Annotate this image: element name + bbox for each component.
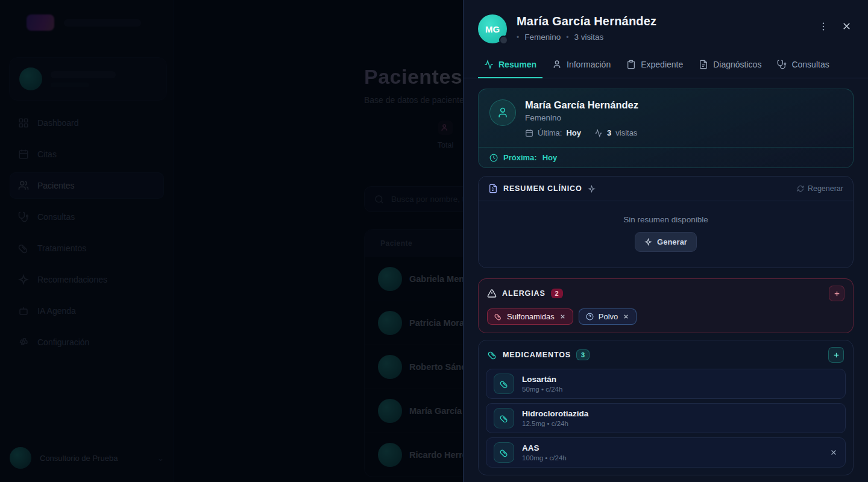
close-drawer-button[interactable]	[840, 19, 854, 33]
allergy-label: Sulfonamidas	[507, 312, 555, 321]
medication-name: Losartán	[522, 375, 562, 384]
card-patient-visit-meta: Última: Hoy 3 visitas	[525, 128, 638, 137]
drawer-patient-meta: • Femenino • 3 visitas	[517, 33, 807, 42]
warning-triangle-icon	[487, 289, 497, 298]
pill-icon	[494, 313, 502, 321]
activity-icon	[484, 60, 494, 69]
tab-label: Resumen	[498, 60, 536, 69]
bullet: •	[517, 33, 519, 42]
add-medication-button[interactable]	[828, 347, 844, 363]
allergies-count-badge: 2	[551, 289, 563, 298]
pill-icon	[494, 442, 514, 463]
remove-medication-button[interactable]	[829, 448, 838, 457]
visits-label: visitas	[615, 128, 637, 137]
clinical-summary-card: RESUMEN CLÍNICO Regenerar Sin resumen di…	[478, 176, 854, 268]
drawer-patient-name: María García Hernández	[517, 14, 807, 28]
summary-empty-text: Sin resumen disponible	[491, 215, 841, 224]
medication-dose: 12.5mg • c/24h	[522, 420, 588, 427]
tab-informacion[interactable]: Información	[546, 51, 617, 78]
medications-count-badge: 3	[576, 349, 590, 360]
refresh-icon	[797, 185, 804, 192]
medications-title: MEDICAMENTOS	[503, 351, 571, 359]
more-options-button[interactable]	[817, 20, 830, 33]
tab-resumen[interactable]: Resumen	[478, 51, 542, 78]
plus-icon	[832, 351, 840, 359]
avatar-initials: MG	[485, 24, 500, 34]
calendar-icon	[525, 129, 533, 137]
avatar-status-badge	[499, 36, 508, 45]
tab-consultas[interactable]: Consultas	[771, 51, 835, 78]
medication-dose: 50mg • c/24h	[522, 386, 562, 393]
tab-label: Consultas	[791, 60, 829, 69]
allergies-card: ALERGIAS 2 Sulfonamidas Polvo	[478, 278, 854, 333]
patient-icon	[489, 99, 516, 126]
clock-icon	[489, 154, 498, 162]
clipboard-icon	[626, 60, 636, 69]
drawer-content: María García Hernández Femenino Última: …	[464, 78, 868, 482]
generate-label: Generar	[657, 237, 687, 246]
allergies-title: ALERGIAS	[502, 289, 546, 298]
card-patient-name: María García Hernández	[525, 99, 638, 111]
more-vertical-icon	[818, 21, 829, 32]
patient-drawer: MG María García Hernández • Femenino • 3…	[463, 0, 868, 482]
medication-item[interactable]: Hidroclorotiazida 12.5mg • c/24h	[486, 403, 846, 433]
medication-item[interactable]: AAS 100mg • c/24h	[486, 437, 846, 468]
tab-label: Diagnósticos	[713, 60, 761, 69]
sparkles-icon	[588, 185, 596, 193]
remove-allergy-icon[interactable]	[623, 313, 629, 320]
pill-icon	[494, 408, 514, 428]
close-icon	[841, 20, 852, 32]
stethoscope-icon	[777, 60, 787, 69]
medication-name: Hidroclorotiazida	[522, 409, 588, 418]
tab-expediente[interactable]: Expediente	[620, 51, 689, 78]
tab-label: Información	[567, 60, 611, 69]
medication-dose: 100mg • c/24h	[522, 454, 567, 462]
activity-icon	[594, 129, 603, 137]
card-patient-gender: Femenino	[525, 113, 638, 122]
next-appointment-row: Próxima: Hoy	[479, 147, 853, 167]
medications-card: MEDICAMENTOS 3 Losartán 50mg • c/24h	[478, 340, 854, 475]
next-label: Próxima:	[503, 153, 537, 162]
next-value: Hoy	[542, 153, 558, 162]
bullet: •	[566, 33, 568, 42]
last-visit-value: Hoy	[566, 128, 581, 137]
patient-gender: Femenino	[524, 33, 561, 42]
sparkles-icon	[644, 238, 652, 246]
allergy-label: Polvo	[599, 312, 618, 321]
allergy-chip-sulfonamidas[interactable]: Sulfonamidas	[487, 308, 573, 325]
medication-name: AAS	[522, 443, 567, 452]
regenerate-button[interactable]: Regenerar	[797, 184, 843, 193]
patient-summary-card: María García Hernández Femenino Última: …	[478, 89, 854, 168]
pill-icon	[488, 350, 497, 360]
patient-visits: 3 visitas	[574, 33, 603, 42]
summary-title: RESUMEN CLÍNICO	[503, 184, 582, 193]
help-circle-icon	[586, 313, 594, 321]
tab-label: Expediente	[641, 60, 683, 69]
pill-icon	[494, 374, 514, 394]
remove-allergy-icon[interactable]	[559, 313, 566, 320]
drawer-header: MG María García Hernández • Femenino • 3…	[464, 0, 868, 51]
visits-count: 3	[607, 128, 611, 137]
file-text-icon	[699, 60, 708, 69]
medication-item[interactable]: Losartán 50mg • c/24h	[486, 369, 846, 399]
file-text-icon	[488, 184, 498, 193]
close-icon	[829, 448, 838, 457]
screen: Dashboard Citas Pacientes Consultas Trat…	[0, 0, 868, 482]
allergy-chip-polvo[interactable]: Polvo	[579, 308, 637, 325]
tab-diagnosticos[interactable]: Diagnósticos	[693, 51, 767, 78]
last-visit-label: Última:	[538, 128, 562, 137]
regenerate-label: Regenerar	[808, 184, 843, 193]
patient-initials-avatar: MG	[478, 14, 507, 43]
user-icon	[552, 60, 562, 69]
add-allergy-button[interactable]	[829, 286, 844, 301]
plus-icon	[833, 290, 841, 298]
generate-button[interactable]: Generar	[635, 232, 697, 252]
drawer-tabs: Resumen Información Expediente Diagnósti…	[464, 51, 868, 78]
